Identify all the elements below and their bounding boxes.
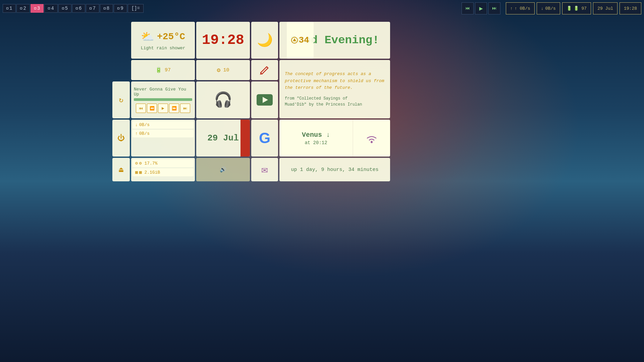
network-stats: ↓ 0B/s ↑ 0B/s — [131, 120, 195, 157]
time-value: 19:28 — [624, 6, 637, 11]
uptime-text: up 1 day, 9 hours, 34 minutes — [291, 167, 378, 173]
battery-value: 🔋 97 — [574, 6, 587, 11]
time-display: 19:28 — [620, 2, 641, 14]
cpu-value: ⚙ 17.7% — [139, 161, 158, 166]
headphones-widget[interactable]: 🎧 — [196, 81, 250, 118]
topbar: 1 2 3 4 5 6 7 8 — [0, 0, 644, 17]
ws-label: 8 — [107, 6, 109, 11]
uptime-widget: up 1 day, 9 hours, 34 minutes — [279, 158, 390, 181]
weather-description: Light rain shower — [141, 46, 185, 51]
workspace-6[interactable]: 6 — [72, 4, 85, 13]
upload-stat-value: 0B/s — [139, 131, 150, 136]
email-icon: ✉ — [261, 163, 268, 176]
workspace-2[interactable]: 2 — [16, 4, 30, 13]
volume-widget[interactable]: 🔊 — [196, 158, 250, 181]
play-track-button[interactable]: ▶ — [158, 104, 168, 113]
ws-label: 5 — [65, 6, 68, 11]
workspace-7[interactable]: 7 — [86, 4, 99, 13]
battery-widget: 🔋 97 — [131, 60, 195, 80]
workspace-1[interactable]: 1 — [3, 4, 16, 13]
mem-icon: ▦ — [135, 170, 138, 175]
upload-icon: ↑ — [510, 6, 513, 11]
music-widget: Never Gonna Give You Up ⏮ ⏪ ▶ ⏩ ⏭ — [131, 81, 195, 118]
notification-count-widget: 34 — [287, 22, 314, 59]
upload-stat: ↑ 0B/s — [132, 130, 194, 137]
download-speed: ↓ 0B/s — [537, 2, 560, 14]
logout-button[interactable]: ⏏ — [112, 158, 130, 181]
music-progress-bar — [134, 98, 192, 101]
battery-status: 🔋 🔋 97 — [562, 2, 591, 14]
upload-stat-icon: ↑ — [135, 131, 138, 136]
moon-widget: 🌙 — [251, 22, 278, 59]
fast-forward-track-button[interactable]: ⏩ — [169, 104, 179, 113]
battery-icon: 🔋 — [567, 6, 572, 11]
system-stats: ⚙ ⚙ 17.7% ▦ ▦ 2.1GiB — [131, 158, 195, 181]
gear-icon: ⚙ — [217, 66, 221, 74]
quote-source: from "Collected Sayings of Muad'Dib" by … — [285, 96, 362, 108]
fast-forward-button[interactable]: ⏭ — [488, 2, 500, 14]
ws-label: 7 — [93, 6, 95, 11]
mem-stat: ▦ ▦ 2.1GiB — [132, 168, 194, 176]
refresh-icon: ↻ — [119, 96, 123, 105]
workspace-tabs: 1 2 3 4 5 6 7 8 — [3, 4, 144, 13]
spacer-1 — [112, 22, 130, 59]
quote-widget: The concept of progress acts as a protec… — [279, 60, 390, 118]
red-indicator — [240, 120, 250, 157]
quote-text: The concept of progress acts as a protec… — [285, 71, 385, 92]
download-icon: ↓ — [541, 6, 544, 11]
clock-widget: 19:28 — [196, 22, 250, 59]
music-controls: ⏮ ⏪ ▶ ⏩ ⏭ — [134, 104, 192, 113]
weather-temp: +25°C — [157, 32, 185, 42]
weather-top: ⛅ +25°C — [141, 30, 185, 44]
ws-label: []= — [131, 6, 140, 11]
power-icon: ⏻ — [117, 134, 125, 143]
widget-grid: ↻ ⏻ ⏏ ⛅ +25°C Light rain shower 🔋 97 Nev… — [112, 22, 390, 181]
wifi-widget — [353, 120, 390, 157]
workspace-3[interactable]: 3 — [31, 4, 44, 13]
prev-track-button[interactable]: ⏮ — [136, 104, 146, 113]
edit-widget[interactable] — [251, 60, 278, 80]
next-track-button[interactable]: ⏭ — [180, 104, 190, 113]
upload-value: ↑ 0B/s — [515, 6, 530, 11]
play-button[interactable]: ▶ — [475, 2, 487, 14]
youtube-widget[interactable] — [251, 81, 278, 118]
workspace-8[interactable]: 8 — [100, 4, 113, 13]
ws-label: 3 — [37, 6, 40, 11]
volume-icon: 🔊 — [220, 166, 226, 173]
battery-topbar-icon: 🔋 — [155, 67, 162, 73]
workspace-layout[interactable]: []= — [128, 4, 144, 13]
download-stat: ↓ 0B/s — [132, 121, 194, 129]
topbar-right: ⏮ ▶ ⏭ ↑ ↑ 0B/s ↓ 0B/s 🔋 🔋 97 29 Jul 19:2… — [462, 2, 641, 14]
download-value: 0B/s — [545, 6, 556, 11]
ws-label: 9 — [120, 6, 123, 11]
date-value: 29 Jul — [597, 6, 613, 11]
google-icon: G — [259, 130, 270, 146]
venus-widget: Venus ↓ at 20:12 — [279, 120, 353, 157]
venus-time: at 20:12 — [305, 140, 327, 145]
gear-value: 10 — [223, 67, 229, 73]
power-button[interactable]: ⏻ — [112, 120, 130, 157]
date-count-widget: 29 Jul — [196, 120, 250, 157]
google-widget[interactable]: G — [251, 120, 278, 157]
spacer-2 — [112, 60, 130, 80]
media-controls: ⏮ ▶ ⏭ — [462, 2, 500, 14]
ws-label: 4 — [51, 6, 54, 11]
email-widget[interactable]: ✉ — [251, 158, 278, 181]
rewind-track-button[interactable]: ⏪ — [147, 104, 157, 113]
date-display: 29 Jul — [593, 2, 618, 14]
rewind-button[interactable]: ⏮ — [462, 2, 474, 14]
date-display-widget: 29 Jul — [207, 133, 239, 143]
workspace-5[interactable]: 5 — [58, 4, 71, 13]
weather-widget: ⛅ +25°C Light rain shower — [131, 22, 195, 59]
download-stat-value: 0B/s — [139, 122, 150, 127]
workspace-4[interactable]: 4 — [44, 4, 57, 13]
download-stat-icon: ↓ — [135, 122, 138, 127]
ws-dot — [117, 7, 119, 9]
workspace-9[interactable]: 9 — [114, 4, 127, 13]
ws-dot — [48, 7, 50, 9]
ws-dot — [90, 7, 92, 9]
up-circle-icon — [291, 37, 298, 44]
refresh-button[interactable]: ↻ — [112, 81, 130, 118]
cpu-stat: ⚙ ⚙ 17.7% — [132, 159, 194, 167]
moon-icon: 🌙 — [257, 33, 273, 48]
